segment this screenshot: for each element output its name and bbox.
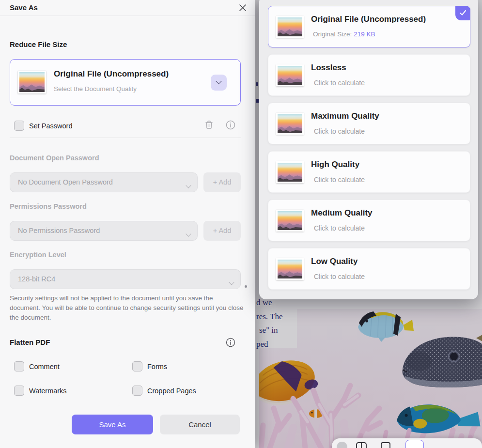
quality-option-hint: Click to calculate bbox=[314, 224, 365, 232]
security-note: Security settings will not be applied to… bbox=[10, 294, 244, 323]
selected-check-badge bbox=[455, 6, 470, 20]
page-number-input[interactable] bbox=[405, 440, 424, 448]
quality-option-hint: Click to calculate bbox=[314, 176, 365, 184]
quality-thumbnail bbox=[276, 113, 304, 135]
quality-option-title: Low Quality bbox=[311, 257, 358, 266]
flatten-forms-label: Forms bbox=[147, 363, 167, 371]
two-page-view-icon[interactable] bbox=[355, 441, 368, 448]
chevron-down-icon bbox=[230, 276, 233, 284]
flatten-forms-checkbox[interactable] bbox=[132, 361, 142, 371]
quality-option-title: Original File (Uncompressed) bbox=[311, 15, 426, 24]
chevron-down-icon bbox=[187, 179, 190, 187]
quality-option-original[interactable]: Original File (Uncompressed) Original Si… bbox=[268, 6, 470, 47]
permissions-password-label: Permissions Password bbox=[10, 202, 87, 210]
quality-thumbnail bbox=[18, 71, 46, 93]
quality-thumbnail bbox=[276, 210, 304, 232]
flatten-comment-label: Comment bbox=[29, 363, 60, 371]
flatten-cropped-pages-checkbox[interactable] bbox=[132, 386, 142, 396]
divider bbox=[10, 138, 241, 138]
app-root: d we res. The se" in ped Save As Reduce … bbox=[0, 0, 482, 448]
permissions-password-value: No Permissions Password bbox=[18, 227, 100, 234]
encryption-level-select[interactable]: 128-bit RC4 bbox=[10, 269, 241, 289]
quality-option-title: High Quality bbox=[311, 160, 359, 170]
cancel-button[interactable]: Cancel bbox=[160, 415, 240, 434]
set-password-checkbox[interactable] bbox=[14, 121, 24, 131]
quality-option-title: Maximum Quality bbox=[311, 111, 379, 121]
add-permissions-password-button[interactable]: + Add bbox=[203, 221, 241, 241]
doc-open-password-label: Document Open Password bbox=[10, 154, 99, 162]
chevron-down-icon bbox=[216, 78, 222, 84]
doc-open-password-input[interactable]: No Document Open Password bbox=[10, 172, 198, 192]
info-icon[interactable] bbox=[225, 337, 236, 348]
quality-option-maximum[interactable]: Maximum Quality Click to calculate bbox=[268, 103, 470, 144]
quality-thumbnail bbox=[276, 161, 304, 183]
quality-option-low[interactable]: Low Quality Click to calculate bbox=[268, 248, 470, 290]
flatten-cropped-pages-label: Cropped Pages bbox=[147, 387, 196, 395]
quality-option-medium[interactable]: Medium Quality Click to calculate bbox=[268, 200, 470, 241]
reduce-file-size-heading: Reduce File Size bbox=[10, 40, 67, 48]
flatten-watermarks-checkbox[interactable] bbox=[14, 386, 24, 396]
quality-option-high[interactable]: High Quality Click to calculate bbox=[268, 151, 470, 193]
permissions-password-input[interactable]: No Permissions Password bbox=[10, 221, 198, 241]
quality-thumbnail bbox=[276, 258, 304, 280]
quality-option-hint: Click to calculate bbox=[314, 79, 365, 87]
flatten-pdf-heading: Flatten PDF bbox=[10, 338, 50, 346]
quality-option-size: Original Size:219 KB bbox=[313, 31, 375, 38]
flatten-comment-checkbox[interactable] bbox=[14, 361, 24, 371]
trash-icon[interactable] bbox=[203, 119, 215, 130]
check-icon bbox=[459, 10, 466, 16]
single-page-view-icon[interactable] bbox=[379, 441, 392, 448]
close-icon[interactable] bbox=[238, 3, 248, 13]
selected-quality-subtitle: Select the Document Quality bbox=[54, 85, 137, 93]
quality-option-hint: Click to calculate bbox=[314, 273, 365, 280]
quality-thumbnail bbox=[276, 16, 304, 38]
dialog-header: Save As bbox=[0, 0, 255, 16]
quality-option-title: Medium Quality bbox=[311, 208, 373, 218]
selected-quality-title: Original File (Uncompressed) bbox=[54, 69, 169, 79]
quality-option-lossless[interactable]: Lossless Click to calculate bbox=[268, 54, 470, 96]
selected-quality-card[interactable]: Original File (Uncompressed) Select the … bbox=[10, 59, 241, 106]
add-doc-open-password-button[interactable]: + Add bbox=[203, 172, 241, 192]
quality-option-hint: Click to calculate bbox=[314, 127, 365, 135]
quality-menu: Original File (Uncompressed) Original Si… bbox=[259, 0, 478, 299]
dialog-title: Save As bbox=[10, 3, 38, 12]
info-icon[interactable] bbox=[225, 120, 236, 130]
chevron-down-icon bbox=[187, 228, 190, 236]
toolbar-circle-button[interactable] bbox=[337, 442, 347, 448]
encryption-level-value: 128-bit RC4 bbox=[18, 275, 55, 283]
quality-dropdown-button[interactable] bbox=[211, 75, 227, 91]
doc-open-password-value: No Document Open Password bbox=[18, 178, 113, 186]
set-password-label: Set Password bbox=[29, 122, 72, 130]
encryption-level-label: Encryption Level bbox=[10, 251, 66, 259]
panel-resize-handle[interactable] bbox=[245, 285, 247, 288]
quality-option-title: Lossless bbox=[311, 63, 346, 73]
save-as-button[interactable]: Save As bbox=[72, 415, 153, 434]
save-as-dialog: Save As Reduce File Size Original File (… bbox=[0, 0, 255, 448]
flatten-watermarks-label: Watermarks bbox=[29, 387, 67, 395]
viewer-toolbar bbox=[332, 438, 482, 448]
quality-thumbnail bbox=[276, 64, 304, 86]
